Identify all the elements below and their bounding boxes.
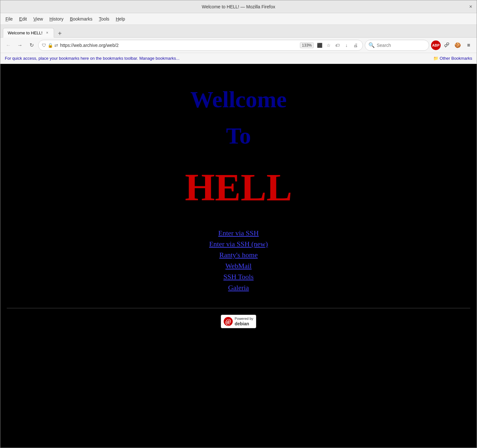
browser-window: Welcome to HELL! — Mozilla Firefox × Fil… [0, 0, 477, 448]
menu-file[interactable]: File [3, 15, 15, 23]
multi-container-icon[interactable]: 🗪 [442, 40, 452, 50]
cookies-icon[interactable]: 🍪 [453, 40, 463, 50]
enter-ssh-link[interactable]: Enter via SSH [218, 229, 259, 237]
tab-bar: Welcome to HELL! × + [0, 25, 477, 38]
debian-logo: @ [224, 317, 233, 326]
reload-button[interactable]: ↻ [27, 40, 36, 50]
page-content: Wellcome To HELL Enter via SSH Enter via… [0, 64, 477, 448]
menu-history[interactable]: History [47, 15, 66, 23]
pocket-icon[interactable]: 🏷 [334, 41, 341, 49]
debian-badge[interactable]: @ Powered by debian [221, 315, 256, 328]
manage-bookmarks-link[interactable]: Manage bookmarks... [139, 56, 179, 61]
zoom-badge[interactable]: 133% [300, 42, 314, 48]
title-bar-text: Welcome to HELL! — Mozilla Firefox [202, 4, 275, 9]
other-bookmarks-label: Other Bookmarks [440, 56, 472, 61]
container-icon: ⇄ [54, 43, 58, 48]
lock-icon: 🔒 [48, 43, 53, 48]
tab-label: Welcome to HELL! [8, 31, 42, 35]
folder-icon: 📁 [433, 56, 438, 61]
webmail-link[interactable]: WebMail [225, 262, 251, 270]
title-bar: Welcome to HELL! — Mozilla Firefox × [0, 0, 477, 13]
forward-button[interactable]: → [15, 40, 25, 50]
abp-label: ABP [432, 43, 439, 47]
url-input[interactable] [60, 43, 298, 48]
shield-icon: 🛡 [42, 43, 46, 48]
other-bookmarks[interactable]: 📁 Other Bookmarks [433, 56, 472, 61]
bookmarks-hint-text: For quick access, place your bookmarks h… [5, 56, 138, 61]
search-input[interactable] [377, 43, 422, 48]
hell-heading: HELL [185, 165, 292, 210]
download-icon[interactable]: ↓ [343, 41, 350, 49]
nav-bar: ← → ↻ 🛡 🔒 ⇄ 133% ⬛ ☆ 🏷 ↓ 🖨 🔍 [0, 38, 477, 53]
active-tab[interactable]: Welcome to HELL! × [3, 28, 54, 38]
menu-bar: File Edit View History Bookmarks Tools H… [0, 13, 477, 25]
toolbar-icons: ABP 🗪 🍪 ≡ [431, 40, 473, 50]
debian-swirl-icon: @ [225, 318, 231, 325]
powered-by-text: Powered by [235, 316, 253, 321]
enter-ssh-new-link[interactable]: Enter via SSH (new) [209, 240, 268, 248]
tab-close-button[interactable]: × [45, 30, 49, 35]
to-heading: To [226, 123, 251, 149]
galeria-link[interactable]: Galeria [228, 284, 249, 292]
address-bar[interactable]: 🛡 🔒 ⇄ 133% ⬛ ☆ 🏷 ↓ 🖨 [38, 40, 363, 51]
menu-tools[interactable]: Tools [96, 15, 112, 23]
close-button[interactable]: × [469, 4, 472, 10]
abp-button[interactable]: ABP [431, 40, 441, 50]
print-icon[interactable]: 🖨 [352, 41, 359, 49]
search-icon: 🔍 [368, 42, 375, 48]
footer-divider [7, 308, 470, 308]
ranty-home-link[interactable]: Ranty's home [219, 251, 257, 259]
debian-name-text: debian [235, 321, 253, 327]
security-icons: 🛡 🔒 ⇄ [42, 43, 58, 48]
debian-text: Powered by debian [235, 316, 253, 327]
back-button[interactable]: ← [4, 40, 13, 50]
links-section: Enter via SSH Enter via SSH (new) Ranty'… [209, 229, 268, 292]
new-tab-button[interactable]: + [56, 30, 64, 37]
hamburger-menu[interactable]: ≡ [464, 40, 473, 50]
search-box[interactable]: 🔍 [365, 40, 429, 51]
ssh-tools-link[interactable]: SSH Tools [223, 273, 254, 281]
menu-help[interactable]: Help [113, 15, 128, 23]
star-icon[interactable]: ☆ [325, 41, 332, 49]
wellcome-heading: Wellcome [190, 86, 287, 113]
menu-edit[interactable]: Edit [17, 15, 30, 23]
bookmarks-bar: For quick access, place your bookmarks h… [0, 53, 477, 64]
footer: @ Powered by debian [214, 312, 263, 331]
reader-icon[interactable]: ⬛ [316, 41, 323, 49]
address-action-icons: ⬛ ☆ 🏷 ↓ 🖨 [316, 41, 359, 49]
menu-bookmarks[interactable]: Bookmarks [67, 15, 95, 23]
menu-view[interactable]: View [31, 15, 46, 23]
